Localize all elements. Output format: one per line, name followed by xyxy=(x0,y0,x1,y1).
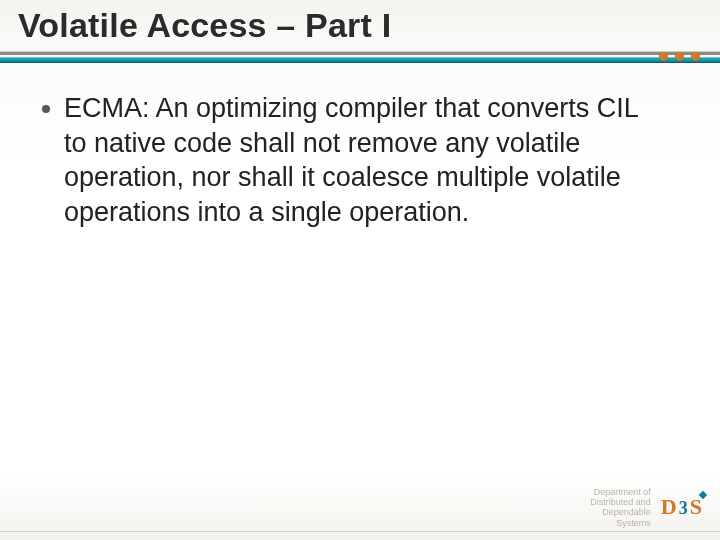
logo-letter-d: D xyxy=(661,494,677,520)
slide-title: Volatile Access – Part I xyxy=(18,6,702,45)
divider-rules xyxy=(0,51,720,63)
footer: Department of Distributed and Dependable… xyxy=(0,487,720,528)
slide: Volatile Access – Part I ECMA: An optimi… xyxy=(0,0,720,540)
dept-line: Systems xyxy=(590,518,651,528)
content-area: ECMA: An optimizing compiler that conver… xyxy=(0,63,720,229)
bullet-text: ECMA: An optimizing compiler that conver… xyxy=(64,91,660,229)
dept-line: Dependable xyxy=(590,507,651,517)
divider-grey xyxy=(0,51,720,55)
title-area: Volatile Access – Part I xyxy=(0,0,720,45)
footer-divider xyxy=(0,531,720,532)
dot-icon xyxy=(691,52,700,61)
bullet-item: ECMA: An optimizing compiler that conver… xyxy=(42,91,660,229)
dot-icon xyxy=(675,52,684,61)
department-label: Department of Distributed and Dependable… xyxy=(590,487,651,528)
logo-digit-3: 3 xyxy=(679,498,688,519)
dept-line: Distributed and xyxy=(590,497,651,507)
bullet-icon xyxy=(42,105,50,113)
dept-line: Department of xyxy=(590,487,651,497)
decorative-dots xyxy=(659,52,700,61)
dot-icon xyxy=(659,52,668,61)
logo-letter-s: S xyxy=(690,494,702,520)
d3s-logo: D 3 S xyxy=(661,494,702,520)
